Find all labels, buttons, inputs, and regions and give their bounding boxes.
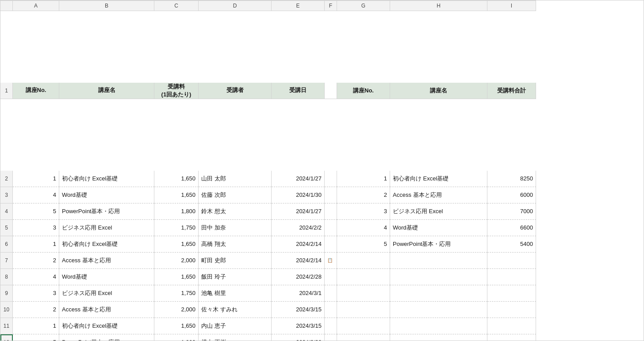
cell-g-2[interactable]: 1 [337,171,390,187]
col-header-c[interactable]: C [154,0,199,11]
cell-g-8[interactable] [337,269,390,285]
cell-i-5[interactable]: 6600 [487,220,536,236]
cell-b-6[interactable]: 初心者向け Excel基礎 [59,236,154,253]
col-header-h[interactable]: H [390,0,487,11]
cell-c-10[interactable]: 2,000 [154,302,199,318]
rownum-4: 4 [0,203,13,220]
cell-c-6[interactable]: 1,650 [154,236,199,253]
cell-a-11[interactable]: 1 [13,318,59,334]
cell-e-12[interactable]: 2024/3/20 [272,334,325,341]
cell-b-8[interactable]: Word基礎 [59,269,154,285]
cell-h-12[interactable] [390,334,487,341]
cell-i-11[interactable] [487,318,536,334]
cell-c-5[interactable]: 1,750 [154,220,199,236]
cell-h-10[interactable] [390,302,487,318]
cell-g-7[interactable] [337,253,390,269]
cell-a-6[interactable]: 1 [13,236,59,253]
cell-g-5[interactable]: 4 [337,220,390,236]
cell-d-5[interactable]: 田中 加奈 [199,220,272,236]
cell-b-2[interactable]: 初心者向け Excel基礎 [59,171,154,187]
cell-i-6[interactable]: 5400 [487,236,536,253]
cell-e-3[interactable]: 2024/1/30 [272,187,325,203]
cell-a-7[interactable]: 2 [13,253,59,269]
cell-g-10[interactable] [337,302,390,318]
cell-h-2[interactable]: 初心者向け Excel基礎 [390,171,487,187]
cell-a-9[interactable]: 3 [13,285,59,302]
col-header-a[interactable]: A [13,0,59,11]
cell-g-12[interactable] [337,334,390,341]
col-header-b[interactable]: B [59,0,154,11]
header-h-kouza-name: 講座名 [390,83,487,99]
cell-h-5[interactable]: Word基礎 [390,220,487,236]
cell-c-4[interactable]: 1,800 [154,203,199,220]
cell-f-11 [325,318,337,334]
cell-b-3[interactable]: Word基礎 [59,187,154,203]
cell-h-6[interactable]: PowerPoint基本・応用 [390,236,487,253]
cell-b-12[interactable]: PowerPoint基本・応用 [59,334,154,341]
rownum-2: 2 [0,171,13,187]
cell-a-4[interactable]: 5 [13,203,59,220]
cell-b-11[interactable]: 初心者向け Excel基礎 [59,318,154,334]
cell-c-8[interactable]: 1,650 [154,269,199,285]
cell-h-4[interactable]: ビジネス応用 Excel [390,203,487,220]
cell-c-9[interactable]: 1,750 [154,285,199,302]
cell-g-4[interactable]: 3 [337,203,390,220]
cell-c-12[interactable]: 1,800 [154,334,199,341]
cell-d-7[interactable]: 町田 史郎 [199,253,272,269]
cell-b-5[interactable]: ビジネス応用 Excel [59,220,154,236]
cell-g-11[interactable] [337,318,390,334]
cell-a-5[interactable]: 3 [13,220,59,236]
cell-a-3[interactable]: 4 [13,187,59,203]
cell-e-7[interactable]: 2024/2/14 [272,253,325,269]
cell-a-2[interactable]: 1 [13,171,59,187]
cell-g-3[interactable]: 2 [337,187,390,203]
cell-h-11[interactable] [390,318,487,334]
cell-c-3[interactable]: 1,650 [154,187,199,203]
cell-b-9[interactable]: ビジネス応用 Excel [59,285,154,302]
col-header-i[interactable]: I [487,0,536,11]
cell-e-9[interactable]: 2024/3/1 [272,285,325,302]
cell-e-8[interactable]: 2024/2/28 [272,269,325,285]
cell-i-2[interactable]: 8250 [487,171,536,187]
cell-c-11[interactable]: 1,650 [154,318,199,334]
cell-h-7[interactable] [390,253,487,269]
cell-d-3[interactable]: 佐藤 次郎 [199,187,272,203]
cell-d-2[interactable]: 山田 太郎 [199,171,272,187]
cell-d-4[interactable]: 鈴木 想太 [199,203,272,220]
cell-i-8[interactable] [487,269,536,285]
cell-d-11[interactable]: 内山 恵子 [199,318,272,334]
col-header-e[interactable]: E [272,0,325,11]
col-header-d[interactable]: D [199,0,272,11]
cell-d-10[interactable]: 佐々木 すみれ [199,302,272,318]
cell-h-8[interactable] [390,269,487,285]
cell-a-10[interactable]: 2 [13,302,59,318]
cell-i-9[interactable] [487,285,536,302]
cell-i-10[interactable] [487,302,536,318]
cell-e-10[interactable]: 2024/3/15 [272,302,325,318]
cell-b-7[interactable]: Access 基本と応用 [59,253,154,269]
cell-e-6[interactable]: 2024/2/14 [272,236,325,253]
cell-e-11[interactable]: 2024/3/15 [272,318,325,334]
cell-c-7[interactable]: 2,000 [154,253,199,269]
cell-e-5[interactable]: 2024/2/2 [272,220,325,236]
cell-i-7[interactable] [487,253,536,269]
cell-i-12[interactable] [487,334,536,341]
cell-g-6[interactable]: 5 [337,236,390,253]
cell-g-9[interactable] [337,285,390,302]
cell-d-12[interactable]: 横山 正樹 [199,334,272,341]
cell-b-10[interactable]: Access 基本と応用 [59,302,154,318]
cell-h-9[interactable] [390,285,487,302]
col-header-g[interactable]: G [337,0,390,11]
cell-h-3[interactable]: Access 基本と応用 [390,187,487,203]
cell-d-8[interactable]: 飯田 玲子 [199,269,272,285]
cell-d-6[interactable]: 高橋 翔太 [199,236,272,253]
cell-b-4[interactable]: PowerPoint基本・応用 [59,203,154,220]
cell-a-12[interactable]: 5 [13,334,59,341]
cell-i-3[interactable]: 6000 [487,187,536,203]
cell-e-2[interactable]: 2024/1/27 [272,171,325,187]
cell-d-9[interactable]: 池亀 樹里 [199,285,272,302]
cell-i-4[interactable]: 7000 [487,203,536,220]
cell-e-4[interactable]: 2024/1/27 [272,203,325,220]
cell-c-2[interactable]: 1,650 [154,171,199,187]
cell-a-8[interactable]: 4 [13,269,59,285]
